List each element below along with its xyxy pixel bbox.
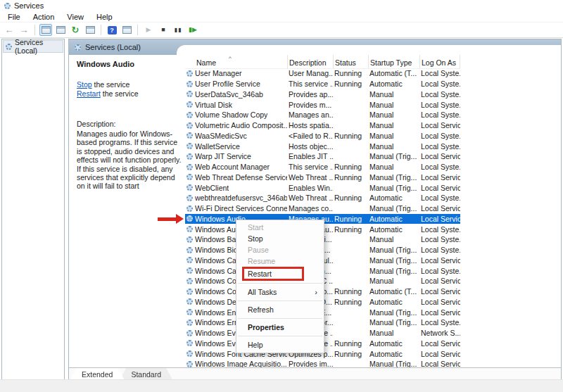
- extended-pane-icon[interactable]: [120, 24, 133, 36]
- cell-name: User Manager: [185, 69, 287, 77]
- column-header-label: Description: [289, 58, 327, 67]
- cell-startup-type: Manual: [368, 132, 419, 140]
- cell-description: This service ...: [287, 163, 333, 171]
- start-service-icon[interactable]: ▶: [142, 24, 155, 36]
- cell-startup-type: Manual (Trig...: [368, 152, 419, 160]
- service-gear-icon: [186, 164, 193, 170]
- back-icon[interactable]: ←: [3, 24, 15, 36]
- menu-item-refresh[interactable]: Refresh: [236, 303, 324, 316]
- service-gear-icon: [186, 153, 193, 160]
- column-header-name[interactable]: Name^: [185, 55, 287, 68]
- cell-status: Running: [333, 80, 368, 88]
- cell-description: Manages an...: [287, 110, 333, 119]
- tree-item-services-local[interactable]: Services (Local): [3, 40, 63, 53]
- cell-status: Running: [333, 132, 368, 140]
- menu-help[interactable]: Help: [90, 13, 119, 21]
- menu-item-label: Stop: [248, 234, 263, 243]
- refresh-icon[interactable]: ↻: [69, 24, 82, 36]
- cell-log-on-as: Local Service: [419, 173, 460, 182]
- menu-view[interactable]: View: [61, 13, 90, 21]
- cell-log-on-as: Local Syste...: [419, 110, 460, 119]
- table-row[interactable]: webthreatdefusersvc_346abWeb Threat ...R…: [185, 193, 460, 203]
- pause-service-icon[interactable]: ▮▮: [172, 24, 184, 36]
- cell-log-on-as: Local Service: [419, 298, 460, 306]
- service-gear-icon: [186, 184, 193, 191]
- show-console-tree-icon[interactable]: [39, 24, 52, 36]
- restart-service-icon[interactable]: ▮▶: [186, 24, 199, 36]
- service-gear-icon: [186, 330, 193, 336]
- menu-file[interactable]: File: [1, 13, 27, 21]
- forward-icon[interactable]: →: [18, 24, 30, 36]
- menu-item-restart[interactable]: Restart: [236, 267, 324, 281]
- cell-description: Manages co...: [287, 204, 333, 213]
- cell-startup-type: Manual: [368, 235, 419, 244]
- service-gear-icon: [186, 340, 193, 346]
- cell-startup-type: Manual (Trig...: [368, 184, 419, 192]
- cell-description: Web Threat ...: [287, 194, 333, 202]
- menu-item-properties[interactable]: Properties: [236, 321, 324, 334]
- cell-log-on-as: Local Service: [419, 277, 460, 285]
- table-row[interactable]: WalletServiceHosts objec...ManualLocal S…: [185, 141, 460, 151]
- stop-service-link[interactable]: Stop: [77, 80, 92, 89]
- cell-description: Hosts spatia...: [287, 121, 333, 129]
- cell-log-on-as: Local Syste...: [419, 80, 460, 88]
- table-row[interactable]: WebClientEnables Win...Manual (Trig...Lo…: [185, 182, 460, 193]
- table-row[interactable]: User Profile ServiceThis service ...Runn…: [185, 79, 460, 89]
- pane-header-title: Services (Local): [85, 43, 141, 51]
- menu-item-label: Help: [248, 341, 263, 349]
- cell-name: Virtual Disk: [185, 101, 287, 109]
- column-header-status[interactable]: Status: [333, 55, 368, 68]
- cell-startup-type: Manual (Trig...: [368, 318, 419, 327]
- table-row[interactable]: UserDataSvc_346abProvides ap...ManualLoc…: [185, 89, 460, 100]
- menu-item-help[interactable]: Help: [236, 339, 324, 351]
- table-row[interactable]: Volume Shadow CopyManages an...ManualLoc…: [185, 110, 460, 120]
- services-node-icon: [6, 44, 12, 50]
- forward-icon-glyph: →: [20, 25, 29, 34]
- table-row[interactable]: User ManagerUser Manag...RunningAutomati…: [185, 68, 460, 79]
- restart-service-link[interactable]: Restart: [77, 89, 101, 98]
- service-gear-icon: [186, 267, 193, 274]
- help-icon[interactable]: ?: [106, 24, 118, 36]
- menu-item-label: Restart: [248, 270, 272, 278]
- table-row[interactable]: WaaSMedicSvc<Failed to R...RunningManual…: [185, 131, 460, 141]
- restart-service-line: Restart the service: [77, 89, 185, 99]
- menu-action[interactable]: Action: [27, 13, 61, 21]
- cell-startup-type: Manual: [368, 121, 419, 129]
- service-gear-icon: [186, 309, 193, 315]
- console-tree-pane: Services (Local): [1, 39, 65, 380]
- table-row[interactable]: Web Threat Defense ServiceWeb Threat ...…: [185, 172, 460, 183]
- column-header-label: Log On As: [422, 58, 456, 67]
- export-list-icon[interactable]: [84, 24, 96, 36]
- tab-standard[interactable]: Standard: [120, 368, 172, 379]
- cell-startup-type: Automatic: [368, 80, 419, 88]
- table-row[interactable]: Web Account ManagerThis service ...Runni…: [185, 162, 460, 172]
- menu-separator: [238, 301, 322, 301]
- tab-extended[interactable]: Extended: [70, 368, 124, 379]
- table-row[interactable]: Wi-Fi Direct Services Conne...Manages co…: [185, 203, 460, 214]
- menu-item-all-tasks[interactable]: All Tasks›: [236, 286, 324, 298]
- cell-log-on-as: Local Syste...: [419, 318, 460, 327]
- export-list-icon-glyph: [86, 26, 95, 34]
- column-header-startup-type[interactable]: Startup Type: [368, 55, 419, 68]
- service-name-text: WalletService: [195, 142, 240, 151]
- extended-info-pane: Windows Audio Stop the service Restart t…: [69, 55, 185, 368]
- service-gear-icon: [186, 298, 193, 305]
- menu-item-stop[interactable]: Stop: [236, 233, 324, 244]
- submenu-arrow-icon: ›: [315, 286, 317, 298]
- stop-service-icon[interactable]: ■: [157, 24, 170, 36]
- column-header-log-on-as[interactable]: Log On As: [419, 55, 460, 68]
- toolbar-separator: [137, 25, 138, 35]
- column-header-description[interactable]: Description: [287, 55, 333, 68]
- cell-status: Running: [333, 173, 368, 182]
- table-row[interactable]: Warp JIT ServiceEnables JIT ...Manual (T…: [185, 151, 460, 162]
- cell-log-on-as: Local Syste...: [419, 163, 460, 171]
- cell-startup-type: Automatic: [368, 350, 419, 358]
- cell-status: Running: [333, 225, 368, 234]
- table-row[interactable]: Virtual DiskProvides m...ManualLocal Sys…: [185, 99, 460, 110]
- table-row[interactable]: Volumetric Audio Composit...Hosts spatia…: [185, 120, 460, 131]
- content-rounded-tab: [177, 45, 561, 55]
- menu-item-resume: Resume: [236, 255, 324, 267]
- properties-window-icon[interactable]: [54, 24, 67, 36]
- cell-log-on-as: Local Syste...: [419, 235, 460, 244]
- toolbar-separator: [101, 25, 101, 35]
